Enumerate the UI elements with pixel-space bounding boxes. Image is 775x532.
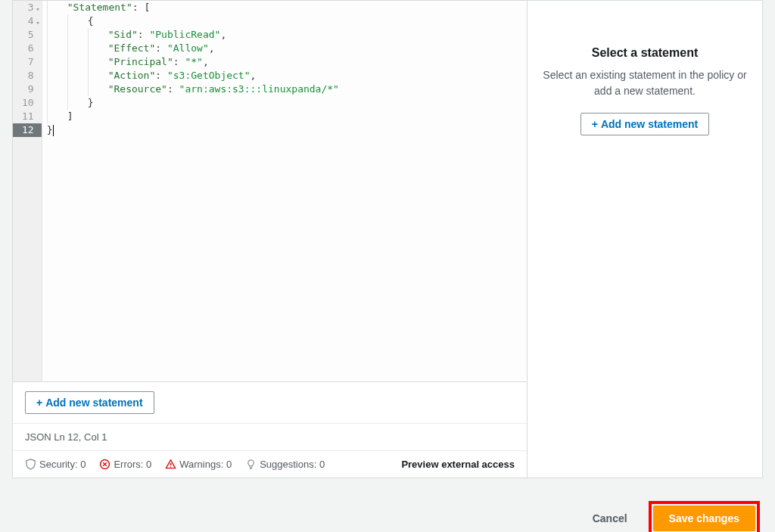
save-changes-button[interactable]: Save changes [653,506,755,531]
side-panel-title: Select a statement [592,46,699,60]
error-icon [99,459,110,470]
editor-toolbar: + Add new statement [13,381,527,423]
code-line[interactable]: "Sid": "PublicRead", [47,28,527,42]
code-content[interactable]: "Statement": [{"Sid": "PublicRead","Effe… [42,1,527,381]
warning-icon [165,459,176,470]
page-footer: Cancel Save changes [0,490,775,532]
suggestions-count[interactable]: Suggestions: 0 [245,459,325,470]
json-editor[interactable]: 3456789101112 "Statement": [{"Sid": "Pub… [13,1,527,381]
line-number: 9 [22,82,34,96]
line-number-gutter: 3456789101112 [13,1,42,381]
policy-editor-panel: 3456789101112 "Statement": [{"Sid": "Pub… [12,0,763,478]
security-count[interactable]: Security: 0 [25,459,86,470]
code-line[interactable]: "Statement": [ [47,1,527,14]
line-number: 5 [22,28,34,42]
code-line[interactable]: } [47,96,527,110]
cursor-position: JSON Ln 12, Col 1 [25,431,107,443]
add-statement-label: Add new statement [45,397,142,409]
save-highlight: Save changes [649,501,760,532]
statement-side-panel: Select a statement Select an existing st… [528,1,762,478]
svg-point-1 [170,466,172,468]
plus-icon: + [592,118,598,130]
plus-icon: + [36,397,42,409]
editor-column: 3456789101112 "Statement": [{"Sid": "Pub… [13,1,528,478]
line-number: 11 [22,110,34,123]
warnings-count[interactable]: Warnings: 0 [165,459,232,470]
errors-count[interactable]: Errors: 0 [99,459,151,470]
line-number: 4 [22,14,34,28]
side-panel-description: Select an existing statement in the poli… [543,67,747,99]
add-statement-button[interactable]: + Add new statement [25,391,154,414]
code-line[interactable]: "Effect": "Allow", [47,42,527,55]
code-line[interactable]: { [47,14,527,28]
line-number: 8 [22,69,34,82]
line-number: 7 [22,55,34,69]
shield-icon [25,459,36,470]
cancel-button[interactable]: Cancel [579,506,641,530]
line-number: 10 [22,96,34,110]
code-line[interactable]: ] [47,110,527,123]
line-number: 6 [22,42,34,55]
line-number: 12 [13,123,42,137]
lint-bar: Security: 0 Errors: 0 Warnings: 0 Sugges… [13,450,527,478]
line-number: 3 [22,1,34,14]
code-line[interactable]: } [47,123,527,137]
code-line[interactable]: "Principal": "*", [47,55,527,69]
lightbulb-icon [245,459,257,470]
preview-external-access-link[interactable]: Preview external access [401,459,515,470]
code-line[interactable]: "Action": "s3:GetObject", [47,69,527,82]
editor-row: 3456789101112 "Statement": [{"Sid": "Pub… [13,1,762,478]
side-add-statement-button[interactable]: + Add new statement [580,113,710,135]
editor-status-bar: JSON Ln 12, Col 1 [13,423,527,450]
code-line[interactable]: "Resource": "arn:aws:s3:::linuxpanda/*" [47,82,527,96]
